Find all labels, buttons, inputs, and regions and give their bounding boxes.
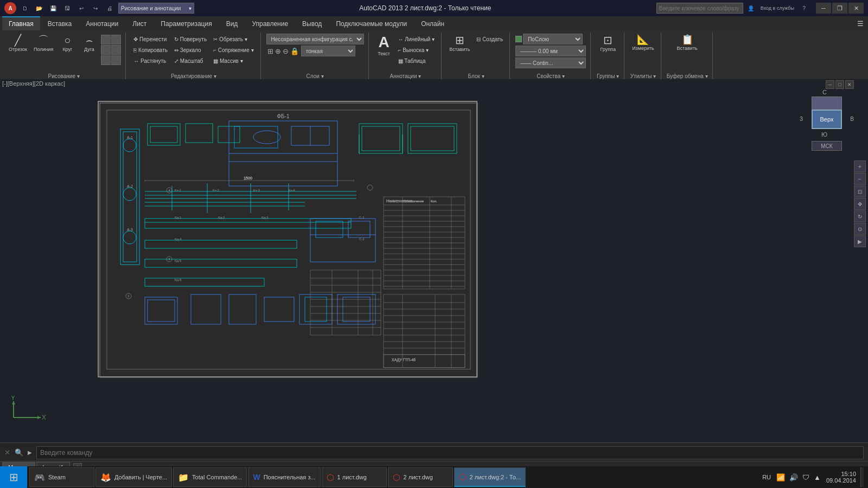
viewcube-top[interactable]	[812, 97, 842, 111]
taskbar-item-firefox[interactable]: 🦊 Добавить | Черте...	[95, 467, 172, 487]
taskbar-item-ac1[interactable]: ⬡ 1 лист.dwg	[322, 467, 387, 487]
tool-measure[interactable]: 📐 Измерить	[630, 34, 656, 53]
tab-layout[interactable]: Лист	[126, 16, 153, 30]
taskbar-item-ac3[interactable]: ⬡ 2 лист.dwg:2 - То...	[454, 467, 526, 487]
cmd-arrow-icon[interactable]: ▶	[28, 450, 32, 455]
nav-zoom-out[interactable]: −	[854, 173, 866, 185]
tab-output[interactable]: Вывод	[296, 16, 328, 30]
tab-insert[interactable]: Вставка	[41, 16, 79, 30]
tab-annotate[interactable]: Аннотации	[79, 16, 125, 30]
viewport-close-btn[interactable]: ✕	[845, 80, 854, 89]
nav-orbit[interactable]: ↻	[854, 210, 866, 222]
layer-value-dropdown[interactable]: ПоСлою	[523, 34, 583, 44]
cmd-search-icon[interactable]: 🔍	[15, 448, 23, 457]
linetype-dropdown[interactable]: тонкая	[301, 46, 355, 56]
taskbar-item-word[interactable]: W Пояснительная з...	[248, 467, 320, 487]
draw-extra-5[interactable]	[101, 55, 111, 65]
help-icon[interactable]: ?	[799, 3, 809, 14]
layer-prop-icon[interactable]: ⊞	[267, 47, 273, 55]
tool-circle[interactable]: ○ Круг	[58, 34, 77, 54]
tab-home[interactable]: Главная	[2, 16, 40, 30]
tray-more[interactable]: ▲	[813, 472, 822, 483]
tray-network[interactable]: 📶	[775, 472, 786, 483]
tool-scale[interactable]: ⤢ Масштаб	[172, 55, 209, 66]
lang-indicator[interactable]: RU	[760, 473, 773, 481]
nav-wheel-btn[interactable]: ⊙	[854, 223, 866, 235]
layer-add-icon[interactable]: ⊕	[275, 47, 281, 55]
tool-array[interactable]: ▦ Массив ▾	[211, 55, 256, 66]
tool-move[interactable]: ✥ Перенести	[131, 34, 170, 44]
ribbon-menu-icon[interactable]: ☰	[857, 20, 864, 28]
tool-line[interactable]: ╱ Отрезок	[7, 34, 29, 54]
tool-polyline[interactable]: ⌒ Полиния	[31, 34, 55, 54]
taskbar-item-tc[interactable]: 📁 Total Commande...	[173, 467, 247, 487]
linetype-value-dropdown[interactable]: —— Contin...	[515, 57, 586, 68]
nav-zoom-in[interactable]: +	[854, 160, 866, 172]
viewcube-east[interactable]: В	[850, 116, 854, 122]
nav-showmotion[interactable]: ▶	[854, 235, 866, 247]
lineweight-dropdown[interactable]: ——— 0.00 мм	[515, 46, 586, 56]
restore-button[interactable]: ❐	[832, 3, 847, 14]
layer-row-1: Несохраненная конфигурация сло	[266, 34, 364, 44]
qa-open[interactable]: 📂	[34, 3, 44, 14]
tool-dimlinear[interactable]: ↔ Линейный ▾	[396, 34, 437, 44]
qa-undo[interactable]: ↩	[76, 3, 87, 14]
tool-trim[interactable]: ✂ Обрезать ▾	[211, 34, 256, 44]
taskbar-item-ac2[interactable]: ⬡ 2 лист.dwg	[388, 467, 453, 487]
nav-pan[interactable]: ✥	[854, 198, 866, 210]
layer-del-icon[interactable]: ⊖	[283, 47, 289, 55]
show-desktop-btn[interactable]	[860, 467, 864, 487]
qa-new[interactable]: 🗋	[20, 3, 30, 14]
viewport-minimize-btn[interactable]: ─	[826, 80, 834, 89]
tab-manage[interactable]: Управление	[245, 16, 295, 30]
viewcube-west[interactable]: З	[800, 116, 803, 122]
viewcube-front[interactable]: Верх	[812, 110, 842, 129]
layer-lock-icon[interactable]: 🔒	[290, 47, 299, 55]
tab-plugins[interactable]: Подключаемые модули	[329, 16, 413, 30]
cmd-close-icon[interactable]: ✕	[4, 448, 10, 457]
tool-leader[interactable]: ⌐ Выноска ▾	[396, 44, 437, 55]
svg-text:А-3: А-3	[127, 228, 133, 232]
tool-paste[interactable]: 📋 Вставить	[675, 34, 700, 53]
clock[interactable]: 15:10 09.04.2014	[826, 471, 856, 484]
tool-create-block[interactable]: ⊟ Создать	[474, 34, 505, 44]
viewport-maximize-btn[interactable]: □	[835, 80, 844, 89]
tool-mirror[interactable]: ⇔ Зеркало	[172, 44, 209, 55]
minimize-button[interactable]: ─	[816, 3, 831, 14]
draw-extra-1[interactable]	[101, 35, 111, 44]
viewcube-gizmo[interactable]: МСК	[812, 141, 842, 151]
tool-table[interactable]: ▦ Таблица	[396, 55, 437, 66]
tool-group[interactable]: ⊡ Группа	[598, 34, 618, 54]
search-user-icon[interactable]: 👤	[745, 3, 756, 14]
tray-volume[interactable]: 🔊	[788, 472, 799, 483]
draw-extra-6[interactable]	[111, 55, 121, 65]
tool-text[interactable]: A Текст	[374, 34, 394, 58]
title-search-input[interactable]	[656, 3, 743, 14]
tool-arc[interactable]: ⌢ Дуга	[79, 34, 99, 54]
tool-copy[interactable]: ⎘ Копировать	[131, 44, 170, 55]
draw-extra-2[interactable]	[111, 35, 121, 44]
svg-text:Y: Y	[11, 396, 15, 402]
tab-params[interactable]: Параметризация	[154, 16, 218, 30]
draw-extra-4[interactable]	[111, 45, 121, 55]
close-button[interactable]: ✕	[848, 3, 864, 14]
workspace-dropdown[interactable]: Рисование и аннотации ▾	[118, 3, 194, 14]
qa-redo[interactable]: ↪	[90, 3, 101, 14]
draw-extra-3[interactable]	[101, 45, 111, 55]
tab-view[interactable]: Вид	[220, 16, 245, 30]
qa-print[interactable]: 🖨	[104, 3, 115, 14]
tool-stretch[interactable]: ↔ Растянуть	[131, 55, 170, 66]
tool-fillet[interactable]: ⌐ Сопряжение ▾	[211, 44, 256, 55]
qa-saveall[interactable]: 🖫	[62, 3, 73, 14]
qa-save[interactable]: 💾	[48, 3, 59, 14]
tab-online[interactable]: Онлайн	[414, 16, 451, 30]
sign-in-icon[interactable]: Вход в службы	[758, 3, 796, 14]
command-input[interactable]	[36, 446, 864, 459]
tool-insert-block[interactable]: ⊞ Вставить	[447, 34, 472, 54]
layer-config-dropdown[interactable]: Несохраненная конфигурация сло	[266, 34, 364, 44]
nav-zoom-ext[interactable]: ⊡	[854, 185, 866, 197]
start-button[interactable]: ⊞	[0, 466, 27, 488]
taskbar-item-steam[interactable]: 🎮 Steam	[29, 467, 94, 487]
tool-rotate[interactable]: ↻ Повернуть	[172, 34, 209, 44]
tray-shield[interactable]: 🛡	[801, 472, 810, 483]
